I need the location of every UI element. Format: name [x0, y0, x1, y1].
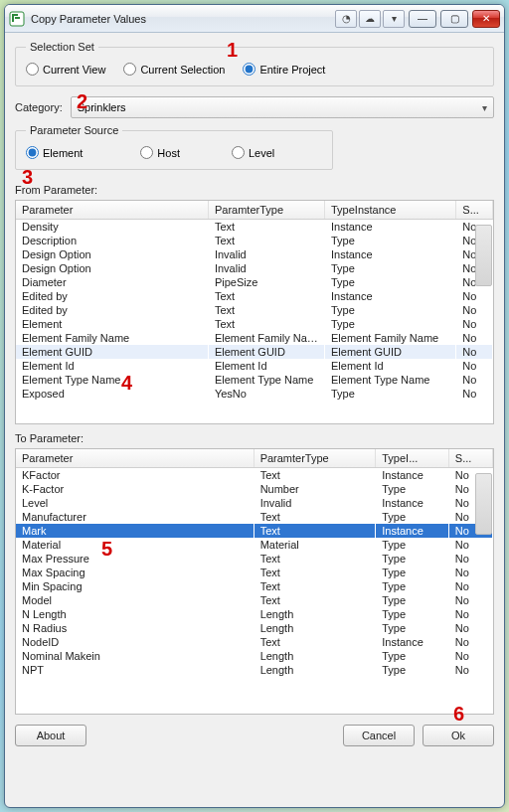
to-col-typeinstance[interactable]: TypeI... — [376, 449, 449, 468]
radio-level[interactable]: Level — [232, 146, 274, 159]
titlebar-extra-1-icon[interactable]: ◔ — [335, 10, 357, 28]
title-bar[interactable]: Copy Parameter Values ◔ ☁ ▾ — ▢ ✕ — [5, 5, 504, 33]
cell: Design Option — [16, 261, 208, 275]
radio-current-selection[interactable]: Current Selection — [123, 63, 225, 76]
table-row[interactable]: ExposedYesNoTypeNo — [16, 387, 493, 401]
cell: Instance — [376, 635, 449, 649]
cell: K-Factor — [16, 482, 254, 496]
cell: Text — [208, 303, 324, 317]
cell: No — [456, 261, 493, 275]
from-col-parameter[interactable]: Parameter — [16, 201, 208, 220]
cell: Density — [16, 220, 208, 235]
table-row[interactable]: Design OptionInvalidTypeNo — [16, 261, 493, 275]
cancel-button[interactable]: Cancel — [343, 725, 415, 746]
from-col-typeinstance[interactable]: TypeInstance — [324, 201, 455, 220]
table-row[interactable]: Element Type NameElement Type NameElemen… — [16, 373, 493, 387]
table-row[interactable]: LevelInvalidInstanceNo — [16, 496, 493, 510]
table-row[interactable]: Edited byTextTypeNo — [16, 303, 493, 317]
cell: Instance — [376, 468, 449, 483]
radio-host[interactable]: Host — [140, 146, 180, 159]
table-row[interactable]: N RadiusLengthTypeNo — [16, 621, 493, 635]
minimize-button[interactable]: — — [409, 10, 436, 28]
radio-element[interactable]: Element — [26, 146, 83, 159]
to-parameter-table[interactable]: Parameter ParamterType TypeI... S... KFa… — [15, 448, 494, 715]
from-col-paramtype[interactable]: ParamterType — [208, 201, 324, 220]
table-row[interactable]: NPTLengthTypeNo — [16, 663, 493, 677]
to-col-paramtype[interactable]: ParamterType — [254, 449, 376, 468]
cell: Max Spacing — [16, 566, 254, 579]
close-button[interactable]: ✕ — [472, 10, 500, 28]
cell: No — [456, 289, 493, 303]
client-area: Selection Set Current View Current Selec… — [5, 33, 504, 807]
table-row[interactable]: MaterialMaterialTypeNo — [16, 538, 493, 552]
maximize-button[interactable]: ▢ — [440, 10, 468, 28]
table-row[interactable]: K-FactorNumberTypeNo — [16, 482, 493, 496]
table-row[interactable]: N LengthLengthTypeNo — [16, 607, 493, 621]
table-row[interactable]: DensityTextInstanceNo — [16, 220, 493, 235]
radio-element-label: Element — [43, 147, 83, 159]
cell: N Radius — [16, 621, 254, 635]
cell: Invalid — [208, 247, 324, 261]
table-row[interactable]: Edited byTextInstanceNo — [16, 289, 493, 303]
cell: Description — [16, 234, 208, 247]
table-row[interactable]: NodeIDTextInstanceNo — [16, 635, 493, 649]
cell: Type — [324, 261, 455, 275]
cell: No — [448, 524, 492, 538]
table-row[interactable]: ModelTextTypeNo — [16, 593, 493, 607]
radio-entire-project-label: Entire Project — [259, 64, 325, 76]
cell: No — [448, 510, 492, 524]
from-parameter-label: From Parameter: — [15, 184, 494, 196]
cell: Length — [254, 607, 376, 621]
cell: Text — [254, 468, 376, 483]
cell: Length — [254, 621, 376, 635]
table-row[interactable]: Design OptionInvalidInstanceNo — [16, 247, 493, 261]
cell: Type — [376, 663, 449, 677]
ok-button[interactable]: Ok — [423, 725, 494, 746]
titlebar-dropdown-icon[interactable]: ▾ — [383, 10, 405, 28]
table-row[interactable]: Element GUIDElement GUIDElement GUIDNo — [16, 345, 493, 359]
to-col-s[interactable]: S... — [448, 449, 492, 468]
cell: Element GUID — [16, 345, 208, 359]
from-col-s[interactable]: S... — [456, 201, 493, 220]
radio-current-selection-label: Current Selection — [140, 64, 225, 76]
table-row[interactable]: Max SpacingTextTypeNo — [16, 566, 493, 579]
radio-entire-project[interactable]: Entire Project — [243, 63, 325, 76]
app-icon — [9, 11, 25, 27]
about-button[interactable]: About — [15, 725, 86, 746]
table-row[interactable]: Max PressureTextTypeNo — [16, 552, 493, 566]
cell: Design Option — [16, 247, 208, 261]
cell: Diameter — [16, 275, 208, 289]
cell: Material — [254, 538, 376, 552]
cell: No — [456, 247, 493, 261]
table-row[interactable]: Nominal MakeinLengthTypeNo — [16, 649, 493, 663]
cell: Edited by — [16, 289, 208, 303]
table-row[interactable]: DiameterPipeSizeTypeNo — [16, 275, 493, 289]
parameter-source-legend: Parameter Source — [26, 124, 122, 136]
cell: Exposed — [16, 387, 208, 401]
table-row[interactable]: ManufacturerTextTypeNo — [16, 510, 493, 524]
cell: Type — [376, 510, 449, 524]
titlebar-extra-2-icon[interactable]: ☁ — [359, 10, 381, 28]
cell: Type — [324, 317, 455, 331]
table-row[interactable]: MarkTextInstanceNo — [16, 524, 493, 538]
cell: Nominal Makein — [16, 649, 254, 663]
table-row[interactable]: Min SpacingTextTypeNo — [16, 579, 493, 593]
cell: Element Id — [16, 359, 208, 373]
cell: Model — [16, 593, 254, 607]
table-row[interactable]: Element Family NameElement Family NameEl… — [16, 331, 493, 345]
cell: Element Type Name — [208, 373, 324, 387]
window-controls: ◔ ☁ ▾ — ▢ ✕ — [335, 10, 500, 28]
cell: No — [448, 552, 492, 566]
cell: No — [448, 496, 492, 510]
table-row[interactable]: KFactorTextInstanceNo — [16, 468, 493, 483]
cell: Length — [254, 663, 376, 677]
to-col-parameter[interactable]: Parameter — [16, 449, 254, 468]
cell: Text — [208, 220, 324, 235]
table-row[interactable]: DescriptionTextTypeNo — [16, 234, 493, 247]
radio-current-view[interactable]: Current View — [26, 63, 105, 76]
category-combo[interactable]: Sprinklers — [71, 96, 494, 118]
table-row[interactable]: ElementTextTypeNo — [16, 317, 493, 331]
from-parameter-table[interactable]: Parameter ParamterType TypeInstance S...… — [15, 200, 494, 424]
cell: No — [456, 331, 493, 345]
table-row[interactable]: Element IdElement IdElement IdNo — [16, 359, 493, 373]
